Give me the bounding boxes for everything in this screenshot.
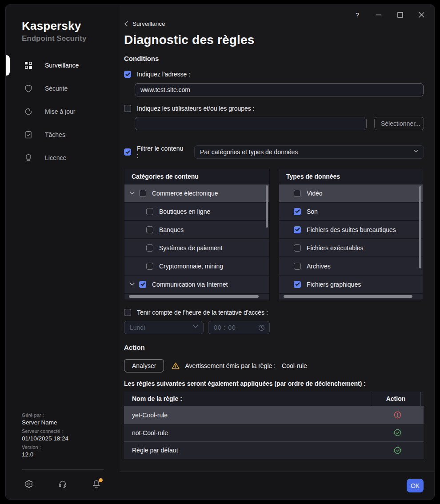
maximize-icon[interactable] bbox=[395, 10, 405, 19]
category-label: Boutiques en ligne bbox=[159, 208, 210, 215]
table-row[interactable]: Règle par défaut bbox=[124, 441, 424, 459]
analyze-button[interactable]: Analyser bbox=[124, 359, 164, 372]
refresh-icon bbox=[24, 108, 32, 116]
gear-icon[interactable] bbox=[24, 480, 33, 488]
sidebar-item-taches[interactable]: Tâches bbox=[6, 123, 120, 146]
table-row[interactable]: not-Cool-rule bbox=[124, 424, 424, 441]
vertical-scrollbar[interactable] bbox=[266, 185, 268, 228]
category-label: Communication via Internet bbox=[152, 281, 228, 288]
time-label: Tenir compte de l'heure de la tentative … bbox=[137, 309, 268, 316]
breadcrumb[interactable]: Surveillance bbox=[124, 20, 424, 27]
table-row[interactable]: yet-Cool-rule bbox=[124, 406, 424, 424]
category-checkbox[interactable] bbox=[146, 208, 153, 215]
category-row[interactable]: Boutiques en ligne bbox=[124, 203, 269, 221]
warning-circle-icon bbox=[394, 411, 401, 419]
select-users-button[interactable]: Sélectionner... bbox=[374, 117, 424, 130]
chevron-down-icon[interactable] bbox=[130, 283, 136, 286]
brand-name: Kaspersky bbox=[22, 19, 120, 33]
datatype-label: Archives bbox=[307, 263, 331, 270]
minimize-icon[interactable] bbox=[374, 10, 384, 19]
sidebar-item-mise-a-jour[interactable]: Mise à jour bbox=[6, 100, 120, 123]
datatype-checkbox[interactable] bbox=[294, 208, 301, 215]
datatype-checkbox[interactable] bbox=[294, 244, 301, 252]
page-title: Diagnostic des règles bbox=[124, 33, 424, 47]
datatype-checkbox[interactable] bbox=[294, 263, 301, 270]
datatype-checkbox[interactable] bbox=[294, 281, 301, 288]
vertical-scrollbar[interactable] bbox=[419, 186, 421, 268]
datatype-row[interactable]: Vidéo bbox=[279, 184, 423, 203]
datatype-label: Vidéo bbox=[307, 190, 323, 197]
category-checkbox[interactable] bbox=[146, 263, 153, 270]
clock-icon bbox=[258, 324, 265, 331]
brand-logo: Kaspersky Endpoint Security bbox=[6, 5, 120, 43]
category-row[interactable]: Communication via Internet bbox=[124, 276, 269, 294]
datatype-row[interactable]: Fichiers des suites bureautiques bbox=[279, 221, 423, 239]
column-header-action[interactable]: Action bbox=[371, 392, 421, 406]
conditions-heading: Conditions bbox=[124, 55, 424, 62]
users-checkbox[interactable] bbox=[124, 105, 131, 112]
bell-icon[interactable] bbox=[92, 480, 101, 488]
scrollbar-gutter bbox=[421, 392, 424, 406]
category-checkbox[interactable] bbox=[139, 281, 146, 288]
check-circle-icon bbox=[394, 447, 401, 454]
users-input[interactable] bbox=[135, 117, 367, 130]
category-row[interactable]: Commerce électronique bbox=[124, 184, 269, 203]
category-label: Systèmes de paiement bbox=[159, 244, 222, 252]
category-checkbox[interactable] bbox=[146, 226, 153, 233]
dialog-footer: OK bbox=[120, 472, 435, 499]
sidebar: Kaspersky Endpoint Security Surveillance… bbox=[6, 5, 120, 499]
filter-checkbox[interactable] bbox=[124, 148, 131, 156]
warning-triangle-icon bbox=[172, 362, 180, 369]
datatype-row[interactable]: Fichiers graphiques bbox=[279, 276, 423, 294]
brand-product: Endpoint Security bbox=[22, 34, 120, 43]
category-row[interactable]: Banques bbox=[124, 221, 269, 239]
chevron-down-icon[interactable] bbox=[130, 192, 136, 195]
filter-mode-select[interactable]: Par catégories et types de données bbox=[194, 145, 424, 159]
category-checkbox[interactable] bbox=[139, 190, 146, 197]
category-row[interactable]: Cryptomonnaie, mining bbox=[124, 257, 269, 276]
app-window: ? Kaspersky Endpoint Security Surveillan… bbox=[5, 4, 435, 500]
category-row[interactable]: Systèmes de paiement bbox=[124, 239, 269, 257]
close-icon[interactable] bbox=[416, 10, 426, 19]
rules-table: Nom de la règle : Action yet-Cool-rule n… bbox=[124, 392, 424, 459]
users-checkbox-row: Indiquez les utilisateurs et/ou les grou… bbox=[124, 105, 424, 112]
sidebar-item-securite[interactable]: Sécurité bbox=[6, 77, 120, 100]
horizontal-scrollbar[interactable] bbox=[284, 295, 412, 298]
datatype-row[interactable]: Fichiers exécutables bbox=[279, 239, 423, 257]
time-checkbox[interactable] bbox=[124, 309, 131, 316]
help-icon[interactable]: ? bbox=[352, 10, 362, 19]
time-input[interactable]: 00 : 00 bbox=[208, 321, 270, 334]
version-label: Version : bbox=[22, 444, 104, 450]
sidebar-item-label: Surveillance bbox=[45, 62, 79, 69]
rule-name: not-Cool-rule bbox=[124, 429, 371, 436]
day-select-value: Lundi bbox=[130, 324, 145, 331]
rule-name: Règle par défaut bbox=[124, 447, 371, 454]
sidebar-item-label: Sécurité bbox=[45, 85, 68, 92]
category-label: Commerce électronique bbox=[152, 190, 218, 197]
datatype-label: Son bbox=[307, 208, 318, 215]
dashboard-grid-icon bbox=[24, 61, 32, 69]
warning-rule-name: Cool-rule bbox=[282, 362, 307, 369]
rules-table-header: Nom de la règle : Action bbox=[124, 392, 424, 406]
datatype-row[interactable]: Archives bbox=[279, 257, 423, 276]
column-header-name[interactable]: Nom de la règle : bbox=[124, 392, 371, 406]
day-select[interactable]: Lundi bbox=[124, 321, 204, 334]
chevron-down-icon bbox=[193, 325, 198, 328]
category-label: Banques bbox=[159, 226, 184, 233]
datatype-row[interactable]: Son bbox=[279, 203, 423, 221]
sidebar-nav: Surveillance Sécurité Mise à jour Tâches bbox=[6, 54, 120, 169]
category-checkbox[interactable] bbox=[146, 244, 153, 252]
datatype-checkbox[interactable] bbox=[294, 226, 301, 233]
address-checkbox[interactable] bbox=[124, 71, 131, 78]
address-label: Indiquez l'adresse : bbox=[137, 71, 190, 78]
divider bbox=[22, 469, 104, 470]
breadcrumb-label[interactable]: Surveillance bbox=[132, 20, 165, 27]
sidebar-item-surveillance[interactable]: Surveillance bbox=[6, 54, 120, 77]
ok-button[interactable]: OK bbox=[407, 479, 424, 492]
sidebar-item-licence[interactable]: Licence bbox=[6, 146, 120, 169]
datatype-checkbox[interactable] bbox=[294, 190, 301, 197]
warning-text: Avertissement émis par la règle : bbox=[185, 362, 276, 369]
horizontal-scrollbar[interactable] bbox=[129, 295, 259, 298]
address-input[interactable]: www.test.site.com bbox=[135, 83, 424, 96]
headset-icon[interactable] bbox=[58, 480, 67, 488]
